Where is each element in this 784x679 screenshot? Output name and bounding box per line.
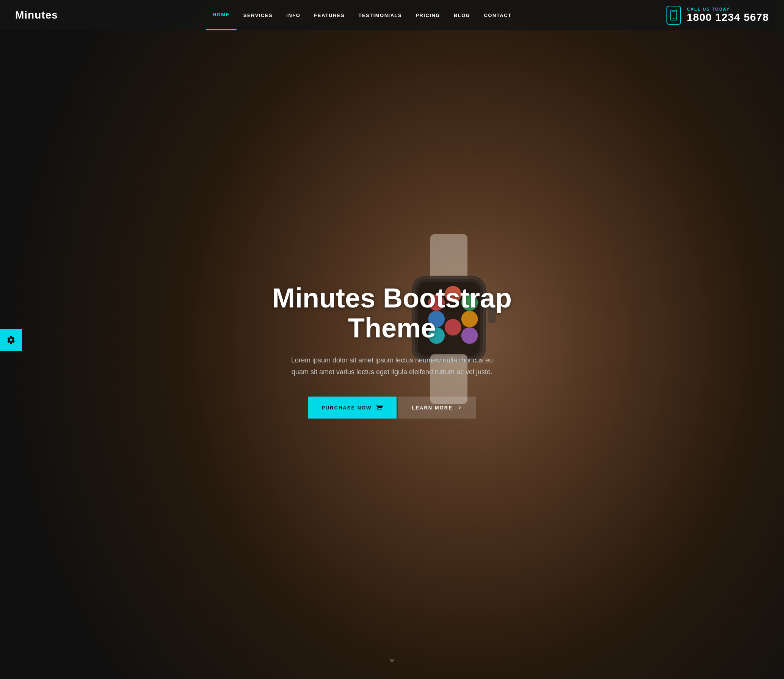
purchase-label: PURCHASE NOW xyxy=(321,405,372,411)
svg-point-1 xyxy=(673,18,674,19)
header-contact: CALL US TODAY 1800 1234 5678 xyxy=(666,6,769,25)
scroll-down-arrow[interactable] xyxy=(387,655,397,668)
hero-content: Minutes Bootstrap Theme Lorem ipsum dolo… xyxy=(259,283,525,419)
call-us-label: CALL US TODAY xyxy=(687,7,769,11)
nav-services[interactable]: SERVICES xyxy=(237,0,280,30)
phone-number[interactable]: 1800 1234 5678 xyxy=(687,11,769,24)
nav-contact[interactable]: CONTACT xyxy=(477,0,518,30)
hero-buttons: PURCHASE NOW LEARN MORE xyxy=(267,397,517,419)
phone-icon xyxy=(666,6,681,25)
main-nav: HOME SERVICES INFO FEATURES TESTIMONIALS… xyxy=(206,0,519,30)
cart-icon xyxy=(376,404,383,411)
hero-title: Minutes Bootstrap Theme xyxy=(267,283,517,343)
hero-section: Minutes Bootstrap Theme Lorem ipsum dolo… xyxy=(0,0,784,679)
svg-rect-2 xyxy=(672,11,675,12)
chevron-right-icon xyxy=(457,405,463,410)
nav-info[interactable]: INFO xyxy=(279,0,307,30)
gear-icon xyxy=(7,336,15,344)
settings-button[interactable] xyxy=(0,329,22,351)
contact-info: CALL US TODAY 1800 1234 5678 xyxy=(687,7,769,24)
nav-home[interactable]: HOME xyxy=(206,0,237,30)
nav-pricing[interactable]: PRICING xyxy=(409,0,447,30)
purchase-now-button[interactable]: PURCHASE NOW xyxy=(308,397,397,419)
logo[interactable]: Minutes xyxy=(15,9,58,21)
learn-label: LEARN MORE xyxy=(412,405,452,411)
learn-more-button[interactable]: LEARN MORE xyxy=(398,397,476,419)
nav-testimonials[interactable]: TESTIMONIALS xyxy=(351,0,409,30)
nav-features[interactable]: FEATURES xyxy=(307,0,351,30)
nav-blog[interactable]: BLOG xyxy=(447,0,477,30)
header: Minutes HOME SERVICES INFO FEATURES TEST… xyxy=(0,0,784,30)
hero-subtitle: Lorem ipsum dolor sit amet ipsum lectus … xyxy=(288,354,496,378)
